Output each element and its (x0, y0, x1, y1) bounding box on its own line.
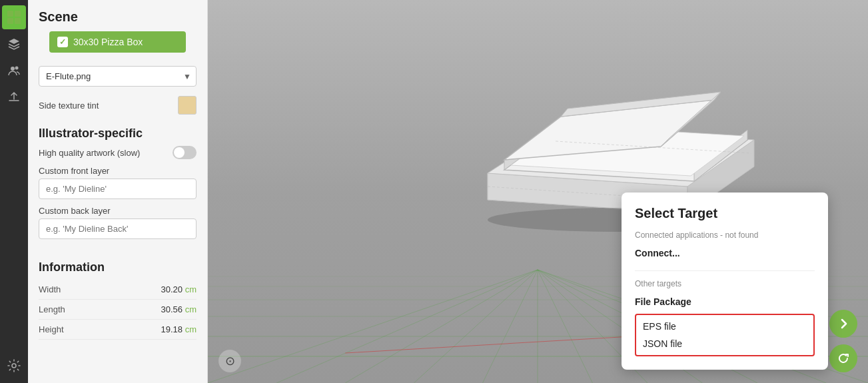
scene-item-label: 30x30 Pizza Box (73, 37, 143, 47)
icon-bar (0, 0, 28, 383)
connected-apps-label: Connected applications - not found (635, 230, 815, 240)
users-icon[interactable] (2, 59, 26, 83)
length-row: Length 30.56 cm (39, 300, 197, 320)
height-label: Height (39, 324, 64, 334)
svg-line-16 (414, 270, 538, 383)
svg-point-6 (12, 364, 16, 368)
settings-icon[interactable] (2, 354, 26, 378)
scene-item-checkbox[interactable] (57, 37, 68, 47)
compass-btn[interactable]: ⊙ (218, 350, 241, 372)
svg-rect-1 (15, 11, 21, 17)
sidebar-title: Scene (28, 0, 207, 31)
height-value: 19.18 cm (161, 324, 197, 334)
highlighted-targets-group: EPS file JSON file (635, 314, 815, 356)
popup-title: Select Target (635, 206, 815, 221)
texture-section: E-Flute.png B-Flute.png C-Flute.png ▼ Si… (28, 66, 207, 246)
information-section: Information Width 30.20 cm Length 30.56 … (28, 252, 207, 350)
next-arrow-button[interactable] (829, 310, 857, 338)
connect-button[interactable]: Connect... (635, 244, 815, 262)
svg-rect-2 (7, 18, 13, 24)
sidebar-panel: Scene 30x30 Pizza Box E-Flute.png B-Flut… (28, 0, 208, 383)
eps-file-item[interactable]: EPS file (643, 318, 807, 335)
svg-line-15 (345, 270, 538, 383)
illustrator-section-heading: Illustrator-specific (39, 127, 197, 141)
high-quality-label: High quality artwork (slow) (39, 148, 140, 158)
width-value: 30.20 cm (161, 284, 197, 294)
high-quality-toggle[interactable] (173, 146, 197, 159)
logo-icon[interactable] (2, 5, 26, 29)
svg-point-4 (11, 67, 15, 71)
svg-line-14 (276, 270, 538, 383)
upload-icon[interactable] (2, 85, 26, 109)
viewport-bottom-controls: ⊙ (218, 350, 241, 372)
height-row: Height 19.18 cm (39, 320, 197, 340)
width-row: Width 30.20 cm (39, 280, 197, 300)
svg-line-19 (538, 270, 592, 383)
svg-line-13 (208, 270, 538, 383)
scene-item[interactable]: 30x30 Pizza Box (49, 31, 186, 53)
json-file-item[interactable]: JSON file (643, 335, 807, 352)
custom-front-layer-label: Custom front layer (39, 166, 197, 176)
svg-line-17 (482, 270, 537, 383)
svg-point-5 (15, 67, 19, 70)
main-viewport[interactable]: ⊙ Select Target Connected applications -… (208, 0, 868, 383)
side-texture-label: Side texture tint (39, 101, 99, 111)
side-texture-row: Side texture tint (39, 92, 197, 119)
side-texture-color-swatch[interactable] (178, 96, 197, 115)
other-targets-label: Other targets (635, 279, 815, 288)
custom-front-layer-input[interactable] (39, 179, 197, 199)
file-package-item[interactable]: File Package (635, 292, 815, 311)
custom-back-layer-label: Custom back layer (39, 206, 197, 216)
high-quality-row: High quality artwork (slow) (39, 146, 197, 159)
texture-dropdown-wrapper: E-Flute.png B-Flute.png C-Flute.png ▼ (39, 66, 197, 87)
refresh-button[interactable] (829, 344, 857, 372)
length-value: 30.56 cm (161, 304, 197, 314)
select-target-popup: Select Target Connected applications - n… (622, 192, 828, 370)
custom-back-layer-input[interactable] (39, 218, 197, 239)
svg-rect-3 (15, 18, 21, 24)
viewport-right-controls (829, 310, 857, 372)
popup-divider (635, 270, 815, 271)
texture-dropdown[interactable]: E-Flute.png B-Flute.png C-Flute.png (39, 66, 197, 87)
layers-icon[interactable] (2, 32, 26, 56)
length-label: Length (39, 304, 65, 314)
information-heading: Information (39, 260, 197, 274)
width-label: Width (39, 284, 61, 294)
svg-rect-0 (7, 11, 13, 17)
